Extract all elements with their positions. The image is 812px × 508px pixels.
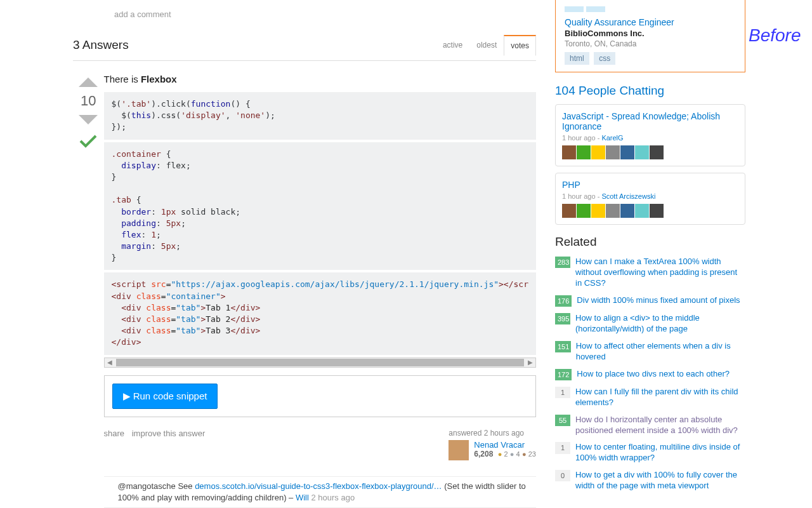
related-vote: 55 (555, 415, 570, 426)
related-item: 151How to affect other elements when a d… (555, 341, 745, 363)
add-comment-link[interactable]: add a comment (73, 0, 536, 35)
job-company: BiblioCommons Inc. (565, 29, 736, 38)
related-link[interactable]: How can I make a TextArea 100% width wit… (575, 257, 745, 289)
scroll-left-icon[interactable]: ◀ (105, 359, 115, 366)
related-link[interactable]: How to center floating, multiline divs i… (575, 442, 745, 464)
answer-count: 3 Answers (73, 38, 129, 52)
avatar[interactable] (449, 440, 469, 460)
related-item: 55How do I horizontally center an absolu… (555, 415, 745, 436)
related-vote: 172 (555, 369, 572, 380)
related-item: 1How can I fully fill the parent div wit… (555, 387, 745, 408)
related-link[interactable]: How can I fully fill the parent div with… (575, 387, 745, 408)
job-location: Toronto, ON, Canada (565, 39, 736, 48)
tag-html[interactable]: html (565, 52, 589, 65)
related-link[interactable]: How to get a div with 100% to fully cove… (575, 470, 745, 491)
job-card[interactable]: Quality Assurance Engineer BiblioCommons… (555, 0, 745, 72)
related-link[interactable]: How do I horizontally center an absolute… (575, 415, 745, 436)
vote-cell: 10 (73, 74, 104, 508)
code-block-html-wrap: <script src="https://ajax.googleapis.com… (104, 272, 536, 367)
answer-body: There is Flexbox $('.tab').click(functio… (104, 74, 536, 508)
vote-count: 10 (73, 89, 104, 113)
snippet-box: ▶ Run code snippet (104, 375, 536, 417)
related-link[interactable]: How to affect other elements when a div … (576, 341, 745, 363)
chat-avatars (562, 204, 738, 218)
horizontal-scrollbar[interactable]: ◀ ▶ (104, 358, 536, 368)
answered-time: answered 2 hours ago (449, 429, 536, 438)
post-menu: share improve this answer (104, 429, 211, 460)
job-skeleton (565, 6, 736, 12)
tab-oldest[interactable]: oldest (469, 35, 504, 55)
upvote-button[interactable] (73, 74, 104, 89)
tab-votes[interactable]: votes (504, 35, 536, 56)
user-reputation: 6,208 (474, 450, 493, 458)
downvote-button[interactable] (73, 113, 104, 128)
related-vote: 283 (555, 257, 570, 268)
related-link[interactable]: How to align a <div> to the middle (hori… (575, 313, 745, 335)
scroll-right-icon[interactable]: ▶ (525, 359, 535, 366)
related-item: 176Div width 100% minus fixed amount of … (555, 295, 745, 307)
related-item: 172How to place two divs next to each ot… (555, 369, 745, 380)
share-link[interactable]: share (104, 429, 125, 438)
related-vote: 0 (555, 470, 570, 481)
related-vote: 176 (555, 295, 572, 307)
answer-intro: There is Flexbox (104, 74, 536, 84)
tag-css[interactable]: css (594, 52, 615, 65)
related-vote: 151 (555, 341, 571, 352)
job-tags: html css (565, 53, 736, 63)
sort-tabs: active oldest votes (436, 35, 536, 55)
related-item: 283How can I make a TextArea 100% width … (555, 257, 745, 289)
comments-list: @mangotasche See demos.scotch.io/visual-… (104, 476, 536, 508)
comment: @mangotasche See demos.scotch.io/visual-… (104, 476, 536, 507)
chat-room[interactable]: JavaScript - Spread Knowledge; Abolish I… (555, 104, 745, 166)
sidebar: Quality Assurance Engineer BiblioCommons… (555, 0, 745, 498)
chat-avatars (562, 145, 738, 159)
answers-header: 3 Answers active oldest votes (73, 35, 536, 61)
related-vote: 1 (555, 387, 570, 398)
tab-active[interactable]: active (436, 35, 469, 55)
related-item: 0How to get a div with 100% to fully cov… (555, 470, 745, 491)
related-vote: 1 (555, 442, 570, 453)
related-link[interactable]: Div width 100% minus fixed amount of pix… (577, 295, 740, 306)
related-item: 395How to align a <div> to the middle (h… (555, 313, 745, 335)
user-link[interactable]: Nenad Vracar (474, 440, 525, 450)
code-block-css: .container { display: flex; } .tab { bor… (104, 142, 536, 271)
before-annotation: Before (749, 25, 801, 46)
related-header: Related (555, 235, 745, 249)
run-snippet-button[interactable]: ▶ Run code snippet (112, 384, 218, 409)
code-block-js: $('.tab').click(function() { $(this).css… (104, 92, 536, 140)
job-title[interactable]: Quality Assurance Engineer (565, 17, 736, 27)
user-info: answered 2 hours ago Nenad Vracar 6,208 … (449, 429, 536, 460)
chat-room-title[interactable]: PHP (562, 180, 738, 190)
chat-header[interactable]: 104 People Chatting (555, 84, 745, 98)
code-block-html: <script src="https://ajax.googleapis.com… (104, 272, 536, 354)
answer: 10 There is Flexbox $('.tab').click(func… (73, 74, 536, 508)
related-vote: 395 (555, 313, 570, 324)
chat-room-title[interactable]: JavaScript - Spread Knowledge; Abolish I… (562, 111, 738, 131)
chat-room[interactable]: PHP1 hour ago - Scott Arciszewski (555, 173, 745, 225)
accepted-icon (73, 133, 104, 150)
post-footer: share improve this answer answered 2 hou… (104, 429, 536, 460)
related-item: 1How to center floating, multiline divs … (555, 442, 745, 464)
improve-link[interactable]: improve this answer (132, 429, 206, 438)
related-link[interactable]: How to place two divs next to each other… (577, 369, 730, 380)
